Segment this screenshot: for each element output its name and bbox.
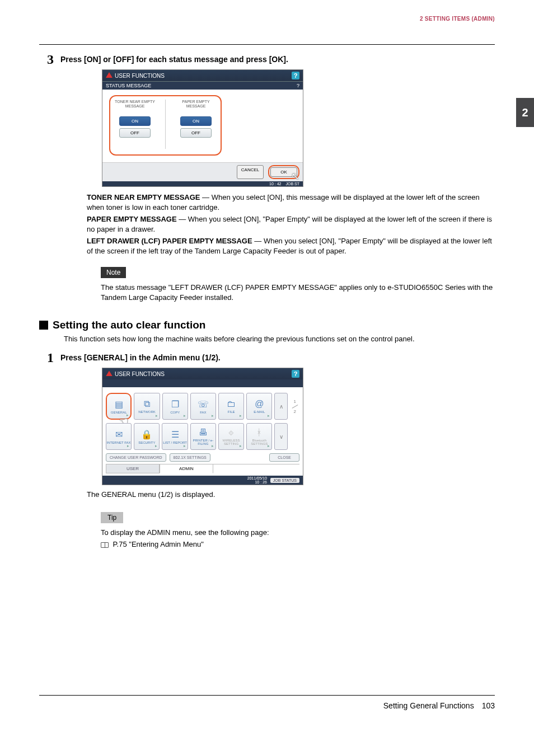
general-icon: ▤ bbox=[115, 399, 123, 410]
ifax-icon: ✉ bbox=[115, 429, 123, 440]
file-icon: 🗀 bbox=[227, 399, 236, 409]
tip-line-2: P.75 "Entering Admin Menu" bbox=[101, 539, 495, 550]
footer-page: 103 bbox=[482, 701, 495, 710]
fax-button[interactable]: ☏FAX▸ bbox=[190, 393, 216, 420]
job-status-button[interactable]: JOB ST bbox=[285, 182, 299, 186]
step-3-number: 3 bbox=[39, 53, 60, 66]
toner-near-empty-column: TONER NEAR EMPTY MESSAGE ON OFF bbox=[115, 100, 155, 149]
copy-icon: ❐ bbox=[171, 399, 179, 410]
alert-icon bbox=[106, 72, 113, 78]
tip-line-1: To display the ADMIN menu, see the follo… bbox=[101, 528, 495, 538]
pager-down-column: ∨ bbox=[274, 423, 288, 450]
copy-button[interactable]: ❐COPY▸ bbox=[162, 393, 188, 420]
column-divider bbox=[165, 100, 166, 149]
options-highlight: TONER NEAR EMPTY MESSAGE ON OFF PAPER EM… bbox=[109, 95, 222, 156]
screen2-statusbar: 2011/05/10 10 : 26 JOB STATUS bbox=[102, 476, 303, 485]
screen1-statusbar: 10 : 42 JOB ST bbox=[102, 181, 303, 186]
admin-menu-screenshot: USER FUNCTIONS ? ▤ GENERAL▸ ☚ ⧉NETWORK▸ … bbox=[102, 368, 303, 485]
step-1-number: 1 bbox=[39, 351, 60, 364]
section-heading: Setting the auto clear function bbox=[39, 319, 495, 331]
email-label: E-MAIL bbox=[254, 410, 265, 414]
help-icon[interactable]: ? bbox=[297, 83, 299, 88]
paper-desc: PAPER EMPTY MESSAGE — When you select [O… bbox=[87, 214, 495, 234]
screen1-time: 10 : 42 bbox=[269, 182, 281, 186]
pager-column: ∧ bbox=[274, 393, 288, 420]
screen2-tabs: USER ADMIN bbox=[106, 464, 299, 473]
help-icon[interactable]: ? bbox=[292, 72, 299, 79]
top-rule bbox=[39, 44, 495, 45]
menu-row-1: ▤ GENERAL▸ ☚ ⧉NETWORK▸ ❐COPY▸ ☏FAX▸ 🗀FIL… bbox=[106, 393, 299, 420]
note-label: Note bbox=[101, 267, 126, 278]
wireless-icon: ⟐ bbox=[228, 428, 234, 438]
paper-label: PAPER EMPTY MESSAGE bbox=[176, 100, 216, 112]
general-label: GENERAL bbox=[111, 411, 127, 414]
job-status-button[interactable]: JOB STATUS bbox=[270, 478, 299, 483]
tab-admin[interactable]: ADMIN bbox=[160, 464, 213, 473]
header-breadcrumb: 2 SETTING ITEMS (ADMIN) bbox=[39, 16, 495, 22]
8021x-button[interactable]: 802.1X SETTINGS bbox=[170, 453, 210, 462]
close-button[interactable]: CLOSE bbox=[269, 453, 299, 462]
list-report-button[interactable]: ☰LIST / REPORT▸ bbox=[162, 423, 188, 450]
step-1-text: Press [GENERAL] in the Admin menu (1/2). bbox=[60, 351, 495, 362]
paper-off-button[interactable]: OFF bbox=[180, 128, 212, 138]
screen1-titlebar: USER FUNCTIONS ? bbox=[102, 70, 303, 81]
page-down-button[interactable]: ∨ bbox=[274, 423, 288, 450]
email-button[interactable]: @E-MAIL▸ bbox=[246, 393, 272, 420]
screen1-body: TONER NEAR EMPTY MESSAGE ON OFF PAPER EM… bbox=[102, 90, 303, 162]
copy-label: COPY bbox=[170, 411, 180, 414]
security-icon: 🔒 bbox=[141, 429, 152, 440]
page-indicator: 1 2 bbox=[290, 393, 299, 420]
section-title: Setting the auto clear function bbox=[53, 319, 205, 331]
ifax-button[interactable]: ✉INTERNET FAX▸ bbox=[106, 423, 132, 450]
chapter-side-tab: 2 bbox=[516, 98, 534, 127]
alert-icon bbox=[106, 370, 113, 376]
paper-empty-column: PAPER EMPTY MESSAGE ON OFF bbox=[176, 100, 216, 149]
screen2-titlebar: USER FUNCTIONS ? bbox=[102, 368, 303, 379]
change-password-button[interactable]: CHANGE USER PASSWORD bbox=[106, 453, 166, 462]
screen2-title: USER FUNCTIONS bbox=[115, 371, 165, 377]
email-icon: @ bbox=[255, 399, 264, 409]
screen1-footer: CANCEL OK ↖ bbox=[102, 162, 303, 181]
help-icon[interactable]: ? bbox=[292, 370, 299, 378]
tip-label: Tip bbox=[101, 512, 123, 523]
network-button[interactable]: ⧉NETWORK▸ bbox=[134, 393, 160, 420]
page-footer: Setting General Functions 103 bbox=[39, 695, 495, 710]
toner-off-button[interactable]: OFF bbox=[119, 128, 151, 138]
step1-post-text: The GENERAL menu (1/2) is displayed. bbox=[87, 490, 495, 500]
list-icon: ☰ bbox=[171, 429, 179, 440]
file-label: FILE bbox=[228, 410, 235, 414]
toner-label: TONER NEAR EMPTY MESSAGE bbox=[115, 100, 155, 112]
screen1-title: USER FUNCTIONS bbox=[115, 73, 165, 79]
screen2-datetime: 2011/05/10 10 : 26 bbox=[247, 476, 267, 484]
bluetooth-icon: ᚼ bbox=[256, 428, 262, 438]
tab-user[interactable]: USER bbox=[106, 464, 160, 473]
network-label: NETWORK bbox=[138, 410, 156, 414]
screen1-subtitle-bar: STATUS MESSAGE ? bbox=[102, 81, 303, 90]
paper-on-button[interactable]: ON bbox=[180, 116, 212, 126]
screen2-subbar bbox=[102, 379, 303, 387]
note-text: The status message "LEFT DRAWER (LCF) PA… bbox=[101, 283, 495, 302]
toner-desc: TONER NEAR EMPTY MESSAGE — When you sele… bbox=[87, 192, 495, 212]
book-icon bbox=[101, 542, 109, 548]
toner-on-button[interactable]: ON bbox=[119, 116, 151, 126]
general-button[interactable]: ▤ GENERAL▸ ☚ bbox=[106, 393, 132, 420]
wireless-button[interactable]: ⟐WIRELESS SETTING▸ bbox=[218, 423, 244, 450]
footer-title: Setting General Functions bbox=[383, 701, 474, 710]
network-icon: ⧉ bbox=[144, 399, 150, 409]
menu-row-2: ✉INTERNET FAX▸ 🔒SECURITY▸ ☰LIST / REPORT… bbox=[106, 423, 299, 450]
bluetooth-button[interactable]: ᚼBluetooth SETTINGS▸ bbox=[246, 423, 272, 450]
square-bullet-icon bbox=[39, 321, 48, 330]
printer-efiling-button[interactable]: 🖶PRINTER / e-FILING▸ bbox=[190, 423, 216, 450]
screen2-button-row: CHANGE USER PASSWORD 802.1X SETTINGS CLO… bbox=[106, 453, 299, 462]
file-button[interactable]: 🗀FILE▸ bbox=[218, 393, 244, 420]
step-3-text: Press [ON] or [OFF] for each status mess… bbox=[60, 53, 495, 64]
page-up-button[interactable]: ∧ bbox=[274, 393, 288, 420]
status-message-screenshot: USER FUNCTIONS ? STATUS MESSAGE ? TONER … bbox=[102, 69, 303, 187]
fax-icon: ☏ bbox=[198, 399, 209, 410]
security-button[interactable]: 🔒SECURITY▸ bbox=[134, 423, 160, 450]
screen2-body: ▤ GENERAL▸ ☚ ⧉NETWORK▸ ❐COPY▸ ☏FAX▸ 🗀FIL… bbox=[102, 387, 303, 476]
section-desc: This function sets how long the machine … bbox=[64, 335, 495, 343]
cancel-button[interactable]: CANCEL bbox=[237, 165, 264, 179]
screen1-subtitle: STATUS MESSAGE bbox=[106, 83, 151, 88]
printer-icon: 🖶 bbox=[199, 428, 208, 438]
